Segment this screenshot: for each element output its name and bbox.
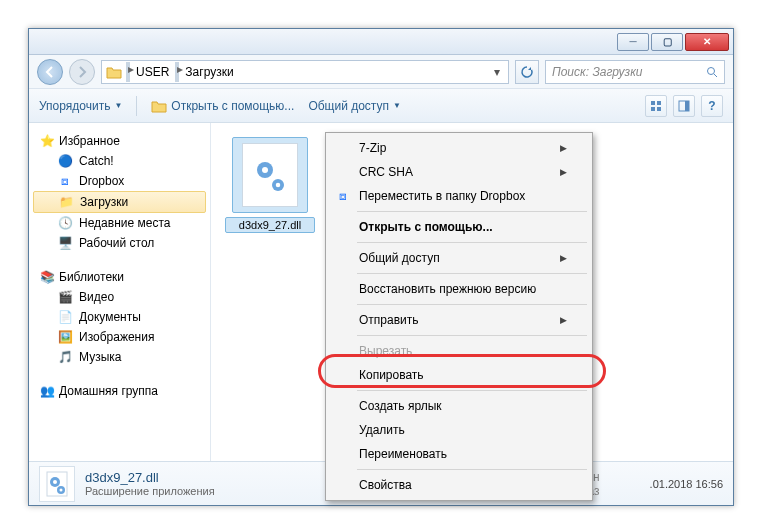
svg-rect-2 xyxy=(657,101,661,105)
document-icon: 📄 xyxy=(57,309,73,325)
svg-rect-4 xyxy=(657,107,661,111)
context-item[interactable]: Общий доступ▶ xyxy=(329,246,589,270)
music-icon: 🎵 xyxy=(57,349,73,365)
context-separator xyxy=(357,304,587,305)
folder-icon xyxy=(106,65,122,79)
context-separator xyxy=(357,242,587,243)
preview-pane-button[interactable] xyxy=(673,95,695,117)
organize-button[interactable]: Упорядочить▼ xyxy=(39,99,122,113)
open-icon xyxy=(151,99,167,113)
dropbox-icon: ⧈ xyxy=(335,188,351,204)
context-item[interactable]: Вырезать xyxy=(329,339,589,363)
library-icon: 📚 xyxy=(39,269,55,285)
context-item-label: CRC SHA xyxy=(359,165,413,179)
help-button[interactable]: ? xyxy=(701,95,723,117)
catch-icon: 🔵 xyxy=(57,153,73,169)
view-button[interactable] xyxy=(645,95,667,117)
status-file-icon xyxy=(39,466,75,502)
context-item[interactable]: Создать ярлык xyxy=(329,394,589,418)
context-item-label: Создать ярлык xyxy=(359,399,442,413)
context-item-label: 7-Zip xyxy=(359,141,386,155)
homegroup-group: 👥 Домашняя группа xyxy=(33,381,206,401)
breadcrumb-seg-user[interactable]: USER xyxy=(130,65,175,79)
video-icon: 🎬 xyxy=(57,289,73,305)
status-text: d3dx9_27.dll Расширение приложения xyxy=(85,470,215,497)
context-item-label: Свойства xyxy=(359,478,412,492)
context-item[interactable]: Копировать xyxy=(329,363,589,387)
context-item-label: Восстановить прежнюю версию xyxy=(359,282,536,296)
open-with-button[interactable]: Открыть с помощью... xyxy=(151,99,294,113)
context-item[interactable]: Восстановить прежнюю версию xyxy=(329,277,589,301)
toolbar: Упорядочить▼ Открыть с помощью... Общий … xyxy=(29,89,733,123)
sidebar-item-dropbox[interactable]: ⧈Dropbox xyxy=(33,171,206,191)
sidebar: ⭐ Избранное 🔵Catch! ⧈Dropbox 📁Загрузки 🕓… xyxy=(29,123,211,461)
context-separator xyxy=(357,390,587,391)
close-button[interactable]: ✕ xyxy=(685,33,729,51)
context-item-label: Переместить в папку Dropbox xyxy=(359,189,525,203)
picture-icon: 🖼️ xyxy=(57,329,73,345)
sidebar-item-pictures[interactable]: 🖼️Изображения xyxy=(33,327,206,347)
sidebar-item-downloads[interactable]: 📁Загрузки xyxy=(33,191,206,213)
context-item[interactable]: ⧈Переместить в папку Dropbox xyxy=(329,184,589,208)
nav-row: ▸ USER ▸ Загрузки ▾ Поиск: Загрузки xyxy=(29,55,733,89)
context-item-label: Отправить xyxy=(359,313,419,327)
minimize-button[interactable]: ─ xyxy=(617,33,649,51)
libraries-title[interactable]: 📚 Библиотеки xyxy=(33,267,206,287)
search-input[interactable]: Поиск: Загрузки xyxy=(545,60,725,84)
context-item-label: Удалить xyxy=(359,423,405,437)
context-separator xyxy=(357,211,587,212)
context-item[interactable]: Свойства xyxy=(329,473,589,497)
context-item-label: Общий доступ xyxy=(359,251,440,265)
context-item-label: Открыть с помощью... xyxy=(359,220,493,234)
homegroup-icon: 👥 xyxy=(39,383,55,399)
svg-rect-1 xyxy=(651,101,655,105)
submenu-arrow-icon: ▶ xyxy=(560,143,567,153)
libraries-group: 📚 Библиотеки 🎬Видео 📄Документы 🖼️Изображ… xyxy=(33,267,206,367)
sidebar-item-documents[interactable]: 📄Документы xyxy=(33,307,206,327)
context-item-label: Вырезать xyxy=(359,344,412,358)
share-button[interactable]: Общий доступ▼ xyxy=(308,99,401,113)
svg-point-13 xyxy=(53,480,57,484)
svg-point-15 xyxy=(60,488,63,491)
context-item[interactable]: Открыть с помощью... xyxy=(329,215,589,239)
svg-rect-3 xyxy=(651,107,655,111)
svg-point-8 xyxy=(262,167,268,173)
sidebar-item-recent[interactable]: 🕓Недавние места xyxy=(33,213,206,233)
titlebar: ─ ▢ ✕ xyxy=(29,29,733,55)
context-item[interactable]: 7-Zip▶ xyxy=(329,136,589,160)
context-item[interactable]: Отправить▶ xyxy=(329,308,589,332)
sidebar-item-music[interactable]: 🎵Музыка xyxy=(33,347,206,367)
file-item[interactable]: d3dx9_27.dll xyxy=(225,137,315,233)
context-item[interactable]: Переименовать xyxy=(329,442,589,466)
folder-icon: 📁 xyxy=(58,194,74,210)
address-dropdown[interactable]: ▾ xyxy=(490,65,504,79)
sidebar-item-catch[interactable]: 🔵Catch! xyxy=(33,151,206,171)
sidebar-item-desktop[interactable]: 🖥️Рабочий стол xyxy=(33,233,206,253)
star-icon: ⭐ xyxy=(39,133,55,149)
search-icon xyxy=(706,66,718,78)
maximize-button[interactable]: ▢ xyxy=(651,33,683,51)
back-button[interactable] xyxy=(37,59,63,85)
submenu-arrow-icon: ▶ xyxy=(560,253,567,263)
context-item-label: Копировать xyxy=(359,368,424,382)
context-separator xyxy=(357,469,587,470)
refresh-button[interactable] xyxy=(515,60,539,84)
svg-point-10 xyxy=(276,183,281,188)
status-date-value: .01.2018 16:56 xyxy=(650,478,723,490)
file-thumbnail xyxy=(232,137,308,213)
favorites-title[interactable]: ⭐ Избранное xyxy=(33,131,206,151)
breadcrumb-seg-downloads[interactable]: Загрузки xyxy=(179,65,239,79)
homegroup-title[interactable]: 👥 Домашняя группа xyxy=(33,381,206,401)
submenu-arrow-icon: ▶ xyxy=(560,167,567,177)
svg-rect-6 xyxy=(685,101,689,111)
svg-point-0 xyxy=(708,67,715,74)
context-separator xyxy=(357,273,587,274)
forward-button[interactable] xyxy=(69,59,95,85)
context-menu: 7-Zip▶CRC SHA▶⧈Переместить в папку Dropb… xyxy=(325,132,593,501)
status-filetype: Расширение приложения xyxy=(85,485,215,497)
status-filename: d3dx9_27.dll xyxy=(85,470,215,485)
sidebar-item-video[interactable]: 🎬Видео xyxy=(33,287,206,307)
address-bar[interactable]: ▸ USER ▸ Загрузки ▾ xyxy=(101,60,509,84)
context-item[interactable]: CRC SHA▶ xyxy=(329,160,589,184)
context-item[interactable]: Удалить xyxy=(329,418,589,442)
